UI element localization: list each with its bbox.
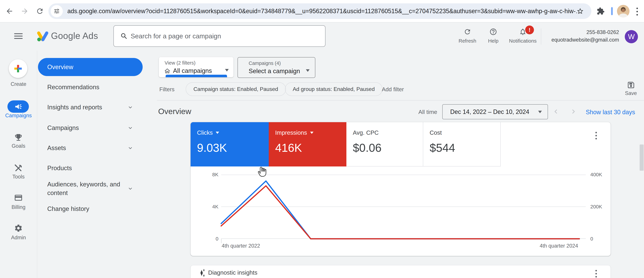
nav-item-assets[interactable]: Assets [47, 144, 128, 152]
rail-item-billing-label[interactable]: Billing [0, 204, 37, 210]
nav-item-campaigns[interactable]: Campaigns [47, 124, 128, 132]
scorecard-clicks-label: Clicks [197, 129, 213, 136]
rail-item-goals[interactable] [14, 133, 23, 142]
rail-item-billing[interactable] [14, 193, 23, 202]
google-ads-logo [37, 31, 48, 41]
campaign-select-dropdown[interactable]: Campaigns (4) Select a campaign [238, 57, 315, 78]
search-box[interactable] [114, 25, 326, 47]
help-icon [489, 28, 497, 36]
nav-item-overview-label: Overview [47, 64, 73, 71]
save-button[interactable]: Save [621, 81, 640, 96]
browser-back-button[interactable] [5, 7, 14, 16]
chevron-down-icon[interactable] [128, 186, 133, 191]
create-button[interactable] [9, 59, 27, 78]
show-last-30-days-link[interactable]: Show last 30 days [586, 109, 635, 116]
account-phone: 255-838-0262 [586, 29, 619, 35]
trophy-icon [14, 133, 23, 142]
save-floppy-icon [627, 81, 635, 89]
scorecard-cost[interactable]: Cost $544 [423, 122, 501, 166]
view-selected-indicator [166, 75, 227, 77]
tune-icon [54, 8, 60, 14]
y-left-tick-4k: 4K [212, 204, 218, 209]
chevron-right-icon [570, 108, 577, 115]
nav-panel: Overview Recommendations Insights and re… [37, 49, 143, 278]
rail-item-campaigns[interactable] [8, 100, 29, 113]
rail-item-admin-label[interactable]: Admin [0, 234, 37, 241]
scorecard-clicks[interactable]: Clicks 9.03K [190, 122, 269, 166]
browser-forward-button[interactable] [20, 7, 29, 16]
dropdown-caret-icon [225, 69, 229, 72]
scorecard-avg-cpc[interactable]: Avg. CPC $0.06 [346, 122, 423, 166]
scorecard-avg-cpc-label: Avg. CPC [353, 129, 379, 136]
account-avatar[interactable]: W [625, 30, 638, 43]
x-axis-tick [221, 239, 222, 243]
rail-item-campaigns-label[interactable]: Campaigns [0, 113, 37, 119]
site-settings-icon[interactable] [51, 5, 63, 17]
browser-profile-avatar[interactable] [617, 5, 630, 18]
nav-item-audiences[interactable]: Audiences, keywords, and content [47, 180, 128, 197]
overview-card: Clicks 9.03K Impressions 416K Avg. CPC $… [190, 122, 611, 256]
nav-item-recommendations[interactable]: Recommendations [47, 83, 128, 91]
diagnostic-insights-card[interactable]: Diagnostic insights [190, 265, 611, 278]
notifications-button[interactable]: ! Notifications [504, 28, 541, 44]
browser-reload-button[interactable] [35, 7, 44, 16]
browser-menu-icon[interactable] [636, 7, 638, 17]
y-right-tick-400k: 400K [590, 172, 602, 177]
puzzle-icon [596, 7, 605, 15]
extensions-icon[interactable] [596, 7, 605, 16]
chevron-down-icon[interactable] [128, 104, 133, 110]
scorecard-cost-value: $544 [430, 141, 455, 154]
scorecard-impressions-value: 416K [275, 141, 302, 154]
filter-chip-campaign-status[interactable]: Campaign status: Enabled, Paused [186, 82, 286, 96]
diagnostic-insights-title: Diagnostic insights [208, 269, 258, 276]
bookmark-star-icon[interactable] [576, 8, 584, 15]
card-overflow-menu-icon[interactable] [596, 130, 597, 141]
nav-item-insights-reports[interactable]: Insights and reports [47, 103, 128, 112]
filter-chip-adgroup-status[interactable]: Ad group status: Enabled, Paused [285, 82, 382, 96]
page-scrollbar[interactable] [640, 144, 644, 171]
prev-period-button[interactable] [552, 108, 560, 116]
tools-icon [14, 164, 23, 173]
performance-line-chart[interactable] [221, 175, 586, 239]
page-title: Overview [158, 107, 191, 116]
campaign-select-label: Campaigns (4) [249, 61, 281, 66]
card-overflow-menu-icon[interactable] [596, 268, 597, 278]
nav-item-products[interactable]: Products [47, 164, 128, 172]
scorecard-cost-label: Cost [430, 129, 442, 136]
rail-item-tools[interactable] [14, 164, 23, 173]
metric-caret-icon [310, 132, 314, 134]
sparkle-icon [198, 268, 206, 277]
date-preset-label: All time [412, 109, 437, 115]
left-rail: Create Campaigns Goals Tools Billing [0, 49, 37, 278]
chevron-down-icon[interactable] [128, 145, 133, 151]
next-period-button[interactable] [570, 108, 577, 116]
main-menu-icon[interactable] [14, 33, 22, 39]
notification-badge: ! [525, 26, 534, 34]
nav-item-overview[interactable]: Overview [38, 58, 143, 76]
y-right-tick-200k: 200K [590, 204, 602, 209]
search-icon [120, 32, 128, 40]
url-text[interactable]: ads.google.com/aw/overview?ocid=11287605… [67, 4, 604, 19]
rail-item-admin[interactable] [14, 224, 23, 232]
address-bar[interactable]: ads.google.com/aw/overview?ocid=11287605… [48, 4, 591, 19]
view-filter-value: All campaigns [173, 67, 212, 74]
refresh-icon [464, 28, 471, 36]
date-range-picker[interactable]: Dec 14, 2022 – Dec 10, 2024 [442, 104, 548, 119]
y-left-tick-8k: 8K [212, 172, 218, 177]
product-name: Google Ads [51, 31, 98, 41]
create-plus-icon [13, 64, 23, 73]
scorecard-avg-cpc-value: $0.06 [353, 141, 382, 154]
chevron-down-icon[interactable] [128, 125, 133, 131]
rail-item-goals-label[interactable]: Goals [0, 143, 37, 149]
dropdown-caret-icon [306, 69, 310, 72]
rail-item-tools-label[interactable]: Tools [0, 174, 37, 180]
nav-item-change-history[interactable]: Change history [47, 204, 128, 213]
add-filter-button[interactable]: Add filter [382, 86, 404, 93]
scorecard-impressions[interactable]: Impressions 416K [269, 122, 346, 166]
view-filter-dropdown[interactable]: View (2 filters) All campaigns [159, 57, 234, 77]
scorecard-impressions-label: Impressions [275, 129, 307, 136]
chart-line-clicks [221, 181, 579, 239]
reload-icon [36, 7, 44, 15]
rail-item-create-label[interactable]: Create [0, 81, 37, 87]
search-input[interactable] [130, 32, 313, 40]
